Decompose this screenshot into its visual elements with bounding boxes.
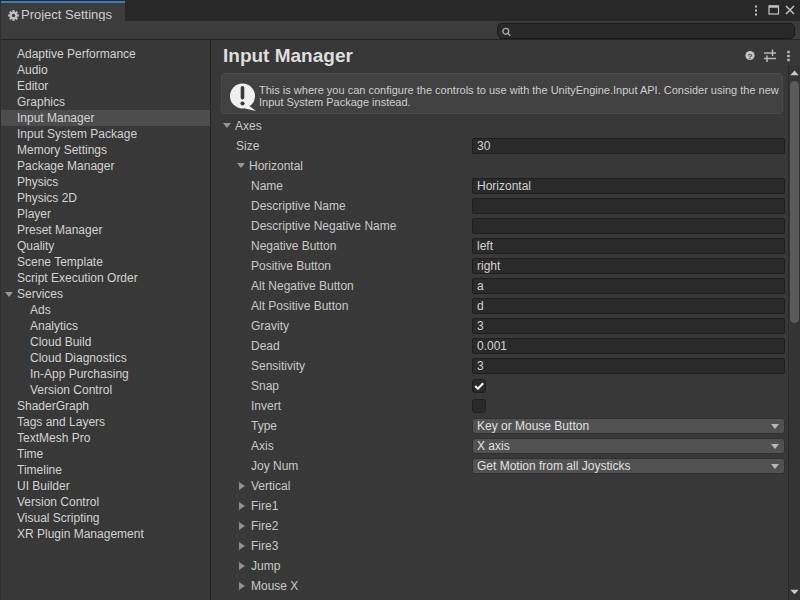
- svg-text:?: ?: [748, 52, 753, 61]
